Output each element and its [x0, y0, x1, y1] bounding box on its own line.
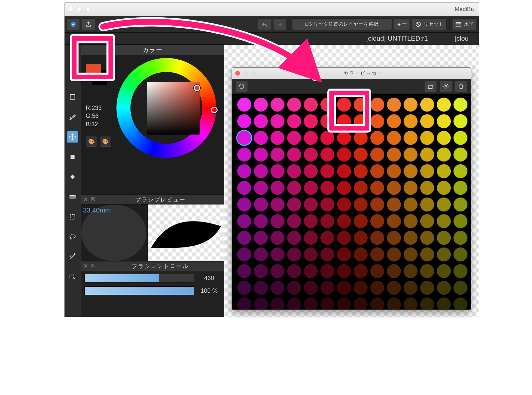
- color-swatch[interactable]: [370, 247, 384, 261]
- color-swatch[interactable]: [404, 281, 418, 295]
- color-swatch[interactable]: [320, 281, 334, 295]
- color-swatch[interactable]: [320, 297, 334, 309]
- bucket-tool[interactable]: [67, 171, 78, 183]
- share-button[interactable]: [82, 18, 95, 30]
- color-swatch[interactable]: [437, 98, 451, 112]
- color-swatch[interactable]: [304, 114, 318, 128]
- color-swatch[interactable]: [304, 264, 318, 278]
- color-swatch[interactable]: [387, 181, 401, 195]
- color-swatch[interactable]: [337, 148, 351, 162]
- color-swatch[interactable]: [287, 281, 301, 295]
- color-swatch[interactable]: [420, 98, 434, 112]
- color-swatch[interactable]: [387, 148, 401, 162]
- color-swatch[interactable]: [254, 131, 268, 145]
- gear-icon[interactable]: [440, 80, 452, 92]
- color-swatch[interactable]: [453, 114, 467, 128]
- color-swatch[interactable]: [404, 264, 418, 278]
- color-swatch[interactable]: [437, 164, 451, 178]
- color-swatch[interactable]: [404, 214, 418, 228]
- color-swatch[interactable]: [337, 231, 351, 245]
- color-swatch[interactable]: [287, 181, 301, 195]
- color-swatch[interactable]: [270, 114, 284, 128]
- color-swatch[interactable]: [437, 114, 451, 128]
- window-traffic-lights[interactable]: [68, 7, 90, 12]
- color-swatch[interactable]: [453, 297, 467, 309]
- color-swatch[interactable]: [370, 281, 384, 295]
- hue-cursor[interactable]: [211, 107, 218, 113]
- check-button[interactable]: [67, 18, 80, 30]
- color-swatch[interactable]: [387, 281, 401, 295]
- color-swatch[interactable]: [337, 264, 351, 278]
- color-swatch[interactable]: [304, 231, 318, 245]
- color-swatch[interactable]: [354, 148, 368, 162]
- color-swatch[interactable]: [404, 297, 418, 309]
- color-swatch[interactable]: [304, 148, 318, 162]
- color-swatch[interactable]: [254, 114, 268, 128]
- color-swatch[interactable]: [370, 148, 384, 162]
- color-swatch[interactable]: [420, 231, 434, 245]
- brush-size-slider[interactable]: [85, 274, 194, 282]
- color-swatch[interactable]: [420, 264, 434, 278]
- color-swatch[interactable]: [404, 98, 418, 112]
- color-swatch[interactable]: [370, 164, 384, 178]
- color-swatch[interactable]: [420, 114, 434, 128]
- color-swatch[interactable]: [453, 131, 467, 145]
- color-swatch[interactable]: [453, 181, 467, 195]
- color-swatch[interactable]: [453, 98, 467, 112]
- color-swatch[interactable]: [337, 181, 351, 195]
- lasso-tool[interactable]: [67, 231, 78, 242]
- reset-button[interactable]: リセット: [412, 18, 446, 30]
- color-swatch[interactable]: [320, 148, 334, 162]
- color-swatch[interactable]: [270, 98, 284, 112]
- color-swatch[interactable]: [354, 264, 368, 278]
- color-swatch[interactable]: [387, 198, 401, 211]
- color-swatch[interactable]: [437, 264, 451, 278]
- picker-title-bar[interactable]: カラービッカー: [232, 68, 471, 79]
- color-swatch[interactable]: [354, 164, 368, 178]
- color-swatch[interactable]: [387, 297, 401, 309]
- color-swatch[interactable]: [287, 247, 301, 261]
- color-swatch[interactable]: [237, 148, 251, 162]
- color-swatch[interactable]: [420, 198, 434, 211]
- color-swatch[interactable]: [404, 247, 418, 261]
- color-swatch[interactable]: [370, 198, 384, 211]
- close-window-icon[interactable]: [235, 71, 240, 76]
- color-swatch[interactable]: [387, 214, 401, 228]
- color-swatch[interactable]: [337, 214, 351, 228]
- palette-remove-icon[interactable]: 🎨: [100, 137, 111, 147]
- color-swatch[interactable]: [254, 297, 268, 309]
- color-swatch[interactable]: [254, 264, 268, 278]
- color-swatch[interactable]: [453, 264, 467, 278]
- color-swatch[interactable]: [437, 148, 451, 162]
- trash-icon[interactable]: [455, 80, 467, 92]
- color-swatch[interactable]: [404, 231, 418, 245]
- color-swatch[interactable]: [453, 148, 467, 162]
- color-swatch[interactable]: [304, 281, 318, 295]
- color-swatch[interactable]: [287, 98, 301, 112]
- color-swatch[interactable]: [304, 297, 318, 309]
- color-swatch[interactable]: [453, 164, 467, 178]
- color-swatch[interactable]: [354, 181, 368, 195]
- color-swatch[interactable]: [254, 164, 268, 178]
- color-swatch[interactable]: [404, 164, 418, 178]
- color-swatch[interactable]: [437, 198, 451, 211]
- color-swatch[interactable]: [437, 214, 451, 228]
- color-swatch[interactable]: [370, 181, 384, 195]
- popout-icon[interactable]: ⇱: [91, 196, 96, 203]
- pixel-brush-tool[interactable]: [67, 111, 78, 123]
- color-swatch[interactable]: [370, 297, 384, 309]
- color-swatch[interactable]: [354, 297, 368, 309]
- undo-button[interactable]: [258, 18, 271, 30]
- select-rect-tool[interactable]: [67, 211, 78, 222]
- color-swatch[interactable]: [354, 281, 368, 295]
- color-swatch[interactable]: [370, 98, 384, 112]
- tab-next[interactable]: [clou: [454, 35, 468, 42]
- color-swatch[interactable]: [270, 264, 284, 278]
- color-swatch[interactable]: [304, 181, 318, 195]
- color-swatch[interactable]: [287, 264, 301, 278]
- color-swatch[interactable]: [304, 214, 318, 228]
- color-swatch[interactable]: [453, 247, 467, 261]
- color-swatch[interactable]: [404, 181, 418, 195]
- color-swatch[interactable]: [437, 297, 451, 309]
- color-swatch[interactable]: [337, 281, 351, 295]
